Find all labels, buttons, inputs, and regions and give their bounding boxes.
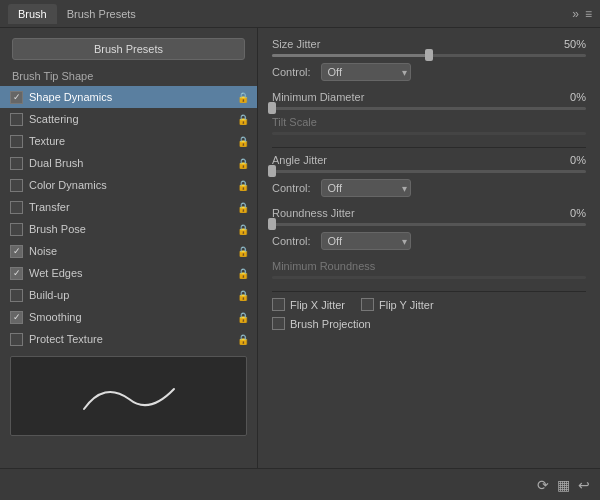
brush-preview-svg — [74, 371, 184, 421]
shape-dynamics-lock-icon: 🔒 — [237, 92, 249, 103]
brush-presets-button[interactable]: Brush Presets — [12, 38, 245, 60]
roundness-jitter-thumb[interactable] — [268, 218, 276, 230]
wet-edges-checkbox[interactable]: ✓ — [10, 267, 23, 280]
sidebar-item-noise[interactable]: ✓ Noise 🔒 — [0, 240, 257, 262]
sidebar-label-scattering: Scattering — [29, 113, 237, 125]
grid-icon[interactable]: ▦ — [557, 477, 570, 493]
size-jitter-fill — [272, 54, 429, 57]
sidebar-item-wet-edges[interactable]: ✓ Wet Edges 🔒 — [0, 262, 257, 284]
shape-dynamics-checkbox[interactable]: ✓ — [10, 91, 23, 104]
sidebar-item-brush-pose[interactable]: Brush Pose 🔒 — [0, 218, 257, 240]
sidebar-label-shape-dynamics: Shape Dynamics — [29, 91, 237, 103]
sidebar-label-buildup: Build-up — [29, 289, 237, 301]
sidebar-item-smoothing[interactable]: ✓ Smoothing 🔒 — [0, 306, 257, 328]
angle-jitter-row: Angle Jitter 0% — [272, 154, 586, 166]
min-diameter-thumb[interactable] — [268, 102, 276, 114]
tab-brush[interactable]: Brush — [8, 4, 57, 24]
flip-x-checkbox[interactable] — [272, 298, 285, 311]
scattering-checkbox[interactable] — [10, 113, 23, 126]
right-panel: Size Jitter 50% Control: Off Fade Pen Pr… — [258, 28, 600, 468]
dual-brush-checkbox[interactable] — [10, 157, 23, 170]
control1-row: Control: Off Fade Pen Pressure Pen Tilt — [272, 63, 586, 81]
control3-select[interactable]: Off Fade Pen Pressure Pen Tilt — [321, 232, 411, 250]
size-jitter-slider[interactable] — [272, 54, 586, 57]
control2-select-wrapper: Off Fade Pen Pressure Pen Tilt — [321, 179, 411, 197]
brush-projection-item[interactable]: Brush Projection — [272, 317, 371, 330]
angle-jitter-slider[interactable] — [272, 170, 586, 173]
noise-lock-icon: 🔒 — [237, 246, 249, 257]
transfer-checkbox[interactable] — [10, 201, 23, 214]
flip-row: Flip X Jitter Flip Y Jitter — [272, 298, 586, 311]
sidebar-label-wet-edges: Wet Edges — [29, 267, 237, 279]
flip-x-label: Flip X Jitter — [290, 299, 345, 311]
control1-select[interactable]: Off Fade Pen Pressure Pen Tilt — [321, 63, 411, 81]
size-jitter-thumb[interactable] — [425, 49, 433, 61]
divider2 — [272, 291, 586, 292]
color-dynamics-checkbox[interactable] — [10, 179, 23, 192]
expand-icon[interactable]: » — [572, 7, 579, 21]
roundness-jitter-row: Roundness Jitter 0% — [272, 207, 586, 219]
brush-pose-checkbox[interactable] — [10, 223, 23, 236]
buildup-checkbox[interactable] — [10, 289, 23, 302]
sidebar-label-smoothing: Smoothing — [29, 311, 237, 323]
min-diameter-slider[interactable] — [272, 107, 586, 110]
sidebar-label-noise: Noise — [29, 245, 237, 257]
sidebar-item-color-dynamics[interactable]: Color Dynamics 🔒 — [0, 174, 257, 196]
sidebar-label-texture: Texture — [29, 135, 237, 147]
sidebar-item-dual-brush[interactable]: Dual Brush 🔒 — [0, 152, 257, 174]
angle-jitter-thumb[interactable] — [268, 165, 276, 177]
brush-projection-row: Brush Projection — [272, 317, 586, 330]
flip-x-item[interactable]: Flip X Jitter — [272, 298, 345, 311]
color-dynamics-lock-icon: 🔒 — [237, 180, 249, 191]
sidebar-item-buildup[interactable]: Build-up 🔒 — [0, 284, 257, 306]
flip-y-item[interactable]: Flip Y Jitter — [361, 298, 434, 311]
sidebar-item-protect-texture[interactable]: Protect Texture 🔒 — [0, 328, 257, 350]
smoothing-lock-icon: 🔒 — [237, 312, 249, 323]
roundness-jitter-label: Roundness Jitter — [272, 207, 550, 219]
main-content: Brush Presets Brush Tip Shape ✓ Shape Dy… — [0, 28, 600, 468]
texture-checkbox[interactable] — [10, 135, 23, 148]
size-jitter-label: Size Jitter — [272, 38, 550, 50]
scattering-lock-icon: 🔒 — [237, 114, 249, 125]
sidebar-item-shape-dynamics[interactable]: ✓ Shape Dynamics 🔒 — [0, 86, 257, 108]
sidebar-label-brush-pose: Brush Pose — [29, 223, 237, 235]
min-roundness-label: Minimum Roundness — [272, 260, 550, 272]
protect-texture-checkbox[interactable] — [10, 333, 23, 346]
angle-jitter-label: Angle Jitter — [272, 154, 550, 166]
min-diameter-label: Minimum Diameter — [272, 91, 550, 103]
divider1 — [272, 147, 586, 148]
back-icon[interactable]: ↩ — [578, 477, 590, 493]
noise-checkbox[interactable]: ✓ — [10, 245, 23, 258]
flip-y-checkbox[interactable] — [361, 298, 374, 311]
protect-texture-lock-icon: 🔒 — [237, 334, 249, 345]
control1-select-wrapper: Off Fade Pen Pressure Pen Tilt — [321, 63, 411, 81]
brush-projection-checkbox[interactable] — [272, 317, 285, 330]
min-roundness-row: Minimum Roundness — [272, 260, 586, 272]
tab-bar: Brush Brush Presets » ≡ — [0, 0, 600, 28]
control2-select[interactable]: Off Fade Pen Pressure Pen Tilt — [321, 179, 411, 197]
sidebar-label-color-dynamics: Color Dynamics — [29, 179, 237, 191]
sidebar-item-texture[interactable]: Texture 🔒 — [0, 130, 257, 152]
min-diameter-row: Minimum Diameter 0% — [272, 91, 586, 103]
tilt-scale-row: Tilt Scale — [272, 116, 586, 128]
control3-label: Control: — [272, 235, 311, 247]
bottom-toolbar: ⟳ ▦ ↩ — [0, 468, 600, 500]
roundness-jitter-value: 0% — [550, 207, 586, 219]
sidebar-section-label: Brush Tip Shape — [0, 68, 257, 84]
tab-icons: » ≡ — [572, 7, 592, 21]
control3-row: Control: Off Fade Pen Pressure Pen Tilt — [272, 232, 586, 250]
reset-icon[interactable]: ⟳ — [537, 477, 549, 493]
roundness-jitter-slider[interactable] — [272, 223, 586, 226]
transfer-lock-icon: 🔒 — [237, 202, 249, 213]
angle-jitter-value: 0% — [550, 154, 586, 166]
min-diameter-value: 0% — [550, 91, 586, 103]
brush-panel: Brush Brush Presets » ≡ Brush Presets Br… — [0, 0, 600, 500]
menu-icon[interactable]: ≡ — [585, 7, 592, 21]
sidebar-item-scattering[interactable]: Scattering 🔒 — [0, 108, 257, 130]
control1-label: Control: — [272, 66, 311, 78]
brush-pose-lock-icon: 🔒 — [237, 224, 249, 235]
min-roundness-slider — [272, 276, 586, 279]
smoothing-checkbox[interactable]: ✓ — [10, 311, 23, 324]
sidebar-item-transfer[interactable]: Transfer 🔒 — [0, 196, 257, 218]
tab-brush-presets-top[interactable]: Brush Presets — [57, 4, 146, 24]
